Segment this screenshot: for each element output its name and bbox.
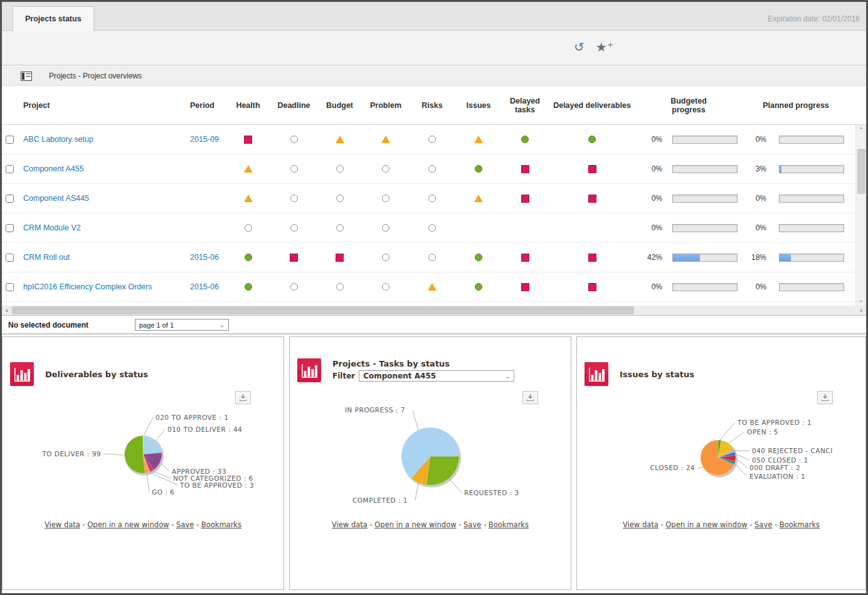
- red-square-status-icon: [336, 254, 344, 262]
- vertical-scrollbar[interactable]: ⌃ ⌄: [855, 125, 866, 306]
- save-link[interactable]: Save: [463, 520, 481, 529]
- column-header-issues[interactable]: Issues: [455, 101, 502, 110]
- toolbar: ↺★⁺: [2, 31, 866, 66]
- row-checkbox[interactable]: [6, 136, 14, 144]
- period-cell: 2015-06: [169, 282, 225, 291]
- project-cell: ABC Labotory setup: [18, 135, 169, 144]
- column-header-budgeted-progress-label: Budgeted progress: [664, 97, 714, 114]
- panel-header: Issues by status: [577, 337, 865, 386]
- red-square-status-icon: [521, 283, 529, 291]
- empty-circle-status-icon: [382, 283, 389, 291]
- red-square-status-icon: [588, 195, 596, 203]
- empty-circle-status-icon: [290, 195, 298, 202]
- bookmarks-link[interactable]: Bookmarks: [489, 520, 529, 529]
- pie-label: GO : 6: [152, 488, 174, 496]
- save-link[interactable]: Save: [754, 520, 772, 529]
- save-link[interactable]: Save: [176, 520, 194, 529]
- scroll-right-icon[interactable]: ›: [856, 306, 866, 315]
- column-header-delayed-tasks[interactable]: Delayed tasks: [502, 97, 548, 114]
- bookmarks-link[interactable]: Bookmarks: [780, 520, 820, 529]
- column-header-deadline[interactable]: Deadline: [271, 101, 317, 110]
- vertical-scroll-thumb[interactable]: [857, 149, 865, 194]
- tab-projects-status[interactable]: Projects status: [13, 6, 94, 31]
- report-title: Projects - Project overviews: [49, 72, 142, 80]
- view-data-link[interactable]: View data: [623, 520, 659, 529]
- risks-cell: [409, 195, 455, 202]
- chart-panels: Deliverables by status 020 TO APPROVE : …: [2, 335, 866, 593]
- health-cell: [225, 195, 271, 202]
- row-checkbox[interactable]: [6, 224, 14, 232]
- project-link[interactable]: Component AS445: [23, 194, 89, 203]
- page-selector[interactable]: page 1 of 1 ⌄: [135, 319, 229, 331]
- project-cell: CRM Roll out: [18, 253, 169, 262]
- undo-icon[interactable]: ↺: [574, 39, 585, 55]
- row-checkbox[interactable]: [6, 254, 14, 262]
- open-in-a-new-window-link[interactable]: Open in a new window: [665, 520, 747, 529]
- project-link[interactable]: hpIC2016 Efficiency Complex Orders: [23, 282, 152, 291]
- scroll-up-icon[interactable]: ⌃: [856, 125, 866, 136]
- horizontal-scroll-thumb[interactable]: [12, 306, 634, 314]
- empty-circle-status-icon: [290, 136, 298, 143]
- view-data-link[interactable]: View data: [45, 520, 80, 529]
- scroll-down-icon[interactable]: ⌄: [856, 295, 866, 306]
- period-link[interactable]: 2015-06: [190, 253, 219, 262]
- planned-progress-bar: [779, 195, 844, 203]
- column-header-budget[interactable]: Budget: [317, 101, 363, 110]
- column-header-problem[interactable]: Problem: [363, 101, 409, 110]
- budgeted-percent: 0%: [636, 194, 669, 203]
- table-row: hpIC2016 Efficiency Complex Orders2015-0…: [2, 272, 866, 302]
- bookmarks-link[interactable]: Bookmarks: [201, 520, 241, 529]
- budget-cell: [317, 224, 363, 232]
- row-checkbox[interactable]: [6, 195, 14, 203]
- label-leader-line: [415, 483, 418, 500]
- row-checkbox[interactable]: [6, 165, 14, 173]
- column-header-delayed-deliverables[interactable]: Delayed deliverables: [548, 101, 636, 110]
- pie-slice-requested[interactable]: [426, 456, 460, 485]
- pie-label: 020 TO APPROVE : 1: [156, 414, 228, 421]
- column-header-health[interactable]: Health: [225, 101, 271, 110]
- panel-header: Projects - Tasks by status Filter Compon…: [290, 337, 571, 382]
- label-leader-line: [103, 454, 124, 455]
- table-row: CRM Roll out2015-0642%18%: [2, 243, 866, 272]
- report-header-bar: Projects - Project overviews: [2, 66, 866, 86]
- pie-label: 010 TO DELIVER : 44: [167, 426, 242, 433]
- budget-cell: [317, 254, 363, 262]
- view-data-link[interactable]: View data: [332, 520, 368, 529]
- empty-circle-status-icon: [336, 165, 344, 173]
- filter-select[interactable]: Component A455 ⌄: [359, 370, 514, 382]
- row-select-cell: [2, 165, 18, 173]
- column-header-project[interactable]: Project: [18, 101, 169, 110]
- empty-circle-status-icon: [336, 283, 344, 291]
- pie-label: 040 REJECTED - CANCI: [752, 447, 833, 454]
- planned-percent: 0%: [741, 282, 773, 291]
- budget-cell: [317, 165, 363, 173]
- period-link[interactable]: 2015-06: [190, 282, 219, 291]
- delayed-tasks-cell: [502, 136, 548, 143]
- column-header-risks[interactable]: Risks: [409, 101, 455, 110]
- project-link[interactable]: ABC Labotory setup: [23, 135, 93, 144]
- column-header-period[interactable]: Period: [169, 101, 225, 110]
- project-link[interactable]: Component A455: [23, 164, 84, 173]
- period-link[interactable]: 2015-09: [190, 135, 219, 144]
- pie-chart-tasks: REQUESTED : 3COMPLETED : 1IN PROGRESS : …: [290, 402, 571, 509]
- table-row: Component A4550%3%: [2, 154, 866, 184]
- pie-slice-to-deliver[interactable]: [125, 436, 145, 473]
- favorite-add-icon[interactable]: ★⁺: [596, 39, 614, 55]
- column-header-planned-progress[interactable]: Planned progress: [741, 101, 850, 110]
- pie-slice-010-to-deliver[interactable]: [143, 436, 162, 454]
- column-header-budgeted-progress[interactable]: Budgeted progress: [636, 97, 741, 114]
- project-cell: Component A455: [18, 164, 169, 173]
- panel-title: Deliverables by status: [45, 370, 148, 379]
- deadline-cell: [271, 254, 317, 262]
- risks-cell: [409, 165, 455, 173]
- project-link[interactable]: CRM Module V2: [23, 223, 81, 232]
- yellow-triangle-status-icon: [244, 165, 253, 173]
- project-link[interactable]: CRM Roll out: [23, 253, 70, 262]
- scroll-left-icon[interactable]: ‹: [2, 306, 12, 315]
- table-row: ABC Labotory setup2015-090%0%: [2, 125, 866, 154]
- horizontal-scrollbar[interactable]: ‹ ›: [2, 306, 866, 316]
- red-square-status-icon: [588, 254, 596, 262]
- open-in-a-new-window-link[interactable]: Open in a new window: [374, 520, 456, 529]
- row-checkbox[interactable]: [6, 283, 14, 291]
- open-in-a-new-window-link[interactable]: Open in a new window: [87, 520, 169, 529]
